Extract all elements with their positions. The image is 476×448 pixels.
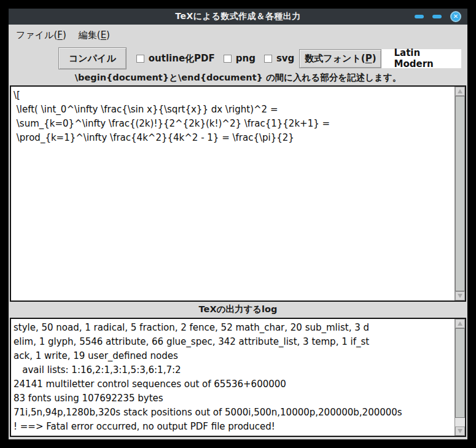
outline-pdf-checkbox[interactable] [136,55,144,63]
svg-label: svg [276,53,294,64]
log-section-label: TeXの出力するlog [9,304,467,317]
editor-scrollbar-thumb[interactable] [455,96,465,291]
editor-scrollbar[interactable] [455,87,465,301]
math-font-label-end: ) [372,53,377,64]
log-line: 71i,5n,94p,1280b,320s stack positions ou… [14,406,455,420]
tex-log-textarea[interactable]: style, 50 noad, 1 radical, 5 fraction, 2… [10,318,466,437]
toolbar: コンパイル outline化PDF png svg 数式フォント(P) Lati… [9,47,467,70]
menu-file[interactable]: ファイル(F) [16,29,66,41]
log-line: 24141 multiletter control sequences out … [14,377,455,391]
code-line: \left( \int_0^\infty \frac{\sin x}{\sqrt… [14,103,455,117]
math-font-value-field[interactable]: Latin Modern [381,49,461,68]
log-scrollbar-thumb[interactable] [455,328,465,418]
tex-source-content[interactable]: \[ \left( \int_0^\infty \frac{\sin x}{\s… [11,87,455,301]
scroll-down-icon[interactable] [455,426,465,436]
log-line: 83 fonts using 107692235 bytes [14,391,455,406]
log-line: ack, 1 write, 19 user_defined nodes [14,349,455,363]
window-controls: ✕ [415,9,461,25]
log-line: ! ==> Fatal error occurred, no output PD… [14,420,455,434]
outline-pdf-label: outline化PDF [149,53,215,65]
svg-checkbox[interactable] [264,55,272,63]
tex-log-content[interactable]: style, 50 noad, 1 radical, 5 fraction, 2… [11,319,455,436]
menu-edit-mnemonic: E [101,29,106,41]
scroll-up-icon[interactable] [455,87,465,96]
outline-pdf-option: outline化PDF [136,53,215,65]
log-line: elim, 1 glyph, 5546 attribute, 66 glue_s… [14,335,455,349]
menu-file-label: ファイル( [16,29,57,41]
minimize-icon[interactable] [415,15,424,18]
math-font-label: 数式フォント( [305,53,365,64]
log-scrollbar[interactable] [455,319,465,436]
menubar: ファイル(F) 編集(E) [9,25,467,45]
log-line: avail lists: 1:16,2:1,3:1,5:3,6:1,7:2 [14,363,455,377]
maximize-icon[interactable] [432,15,442,18]
titlebar: TeXによる数式作成＆各種出力 ✕ [9,9,467,25]
math-font-mnemonic: P [365,53,372,64]
png-checkbox[interactable] [224,55,232,63]
code-line: \[ [14,88,455,103]
menu-file-label-end: ) [63,29,66,41]
window-title: TeXによる数式作成＆各種出力 [175,11,300,22]
code-line: \prod_{k=1}^\infty \frac{4k^2}{4k^2 - 1}… [14,131,455,145]
menu-file-mnemonic: F [57,29,63,41]
close-icon[interactable]: ✕ [450,11,461,22]
png-label: png [236,53,256,64]
tex-source-textarea[interactable]: \[ \left( \int_0^\infty \frac{\sin x}{\s… [10,85,466,302]
menu-edit[interactable]: 編集(E) [79,29,110,41]
app-window: TeXによる数式作成＆各種出力 ✕ ファイル(F) 編集(E) コンパイル ou… [9,9,467,439]
document-hint-label: \begin{document}と\end{document} の間に入れる部分… [9,72,467,85]
math-font-button[interactable]: 数式フォント(P) [299,49,381,68]
log-line: style, 50 noad, 1 radical, 5 fraction, 2… [14,321,455,335]
scroll-down-icon[interactable] [455,291,465,301]
png-option: png [224,53,256,64]
svg-option: svg [264,53,294,64]
scroll-up-icon[interactable] [455,319,465,328]
code-line: \sum_{k=0}^\infty \frac{(2k)!}{2^{2k}(k!… [14,117,455,131]
compile-button[interactable]: コンパイル [58,47,127,69]
menu-edit-label: 編集( [79,29,101,41]
menu-edit-label-end: ) [106,29,110,41]
